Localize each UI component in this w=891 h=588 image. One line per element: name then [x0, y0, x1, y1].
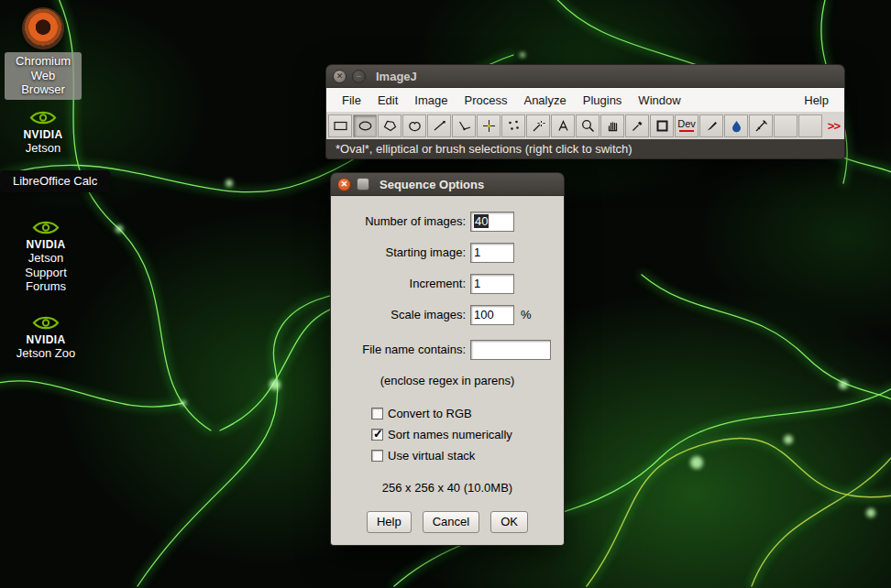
nvidia-logo-icon: [31, 313, 60, 332]
field-row-increment: Increment:: [340, 273, 555, 294]
hand-tool-icon[interactable]: [600, 114, 624, 137]
wand-tool-icon[interactable]: [526, 114, 550, 137]
nvidia-logo-icon: [28, 108, 58, 127]
desktop-icon-chromium[interactable]: Chromium Web Browser: [5, 7, 82, 100]
imagej-toolbar: Dev >>: [325, 112, 845, 139]
minimize-icon[interactable]: [352, 70, 366, 83]
nvidia-wordmark: NVIDIA: [26, 333, 65, 346]
oval-tool-icon[interactable]: [353, 114, 377, 137]
brush-tool-icon[interactable]: [699, 114, 723, 137]
menu-edit[interactable]: Edit: [369, 92, 406, 109]
field-row-file-name-contains: File name contains:: [340, 339, 555, 360]
spare-tool-slot[interactable]: [798, 114, 822, 137]
checkbox-row-convert-to-rgb[interactable]: Convert to RGB: [371, 403, 555, 424]
help-button[interactable]: Help: [367, 511, 412, 533]
field-label: Starting image:: [340, 245, 470, 259]
selected-text: 40: [474, 214, 489, 228]
dialog-titlebar[interactable]: Sequence Options: [330, 172, 565, 196]
desktop-icon-label: Jetson Zoo: [16, 346, 75, 361]
stack-size-summary: 256 x 256 x 40 (10.0MB): [340, 481, 555, 495]
checkbox-row-use-virtual-stack[interactable]: Use virtual stack: [371, 445, 555, 466]
polygon-tool-icon[interactable]: [378, 114, 402, 137]
checkbox-row-sort-names-numerically[interactable]: Sort names numerically: [371, 424, 555, 445]
dev-menu-tool[interactable]: Dev: [675, 114, 698, 137]
more-tools-indicator[interactable]: >>: [828, 119, 842, 133]
checkbox-label: Convert to RGB: [388, 407, 472, 420]
menu-window[interactable]: Window: [630, 92, 688, 109]
field-label: Scale images:: [340, 308, 470, 321]
dialog-body: Number of images: 40 Starting image: Inc…: [330, 196, 565, 546]
sequence-options-dialog: Sequence Options Number of images: 40 St…: [330, 172, 565, 546]
desktop-icon-jetson-support-forums[interactable]: NVIDIA Jetson Support Forums: [5, 218, 87, 294]
multipoint-tool-icon[interactable]: [501, 114, 525, 137]
desktop-icon-nvidia-jetson[interactable]: NVIDIA Jetson: [5, 108, 82, 156]
ok-button[interactable]: OK: [490, 511, 528, 533]
close-icon[interactable]: [337, 178, 351, 191]
field-label: File name contains:: [340, 343, 470, 356]
stack-tool-icon[interactable]: [650, 114, 674, 137]
desktop-icon-jetson-zoo[interactable]: NVIDIA Jetson Zoo: [5, 313, 87, 361]
color-picker-tool-icon[interactable]: [625, 114, 649, 137]
nvidia-logo-icon: [31, 218, 60, 237]
menu-file[interactable]: File: [334, 92, 369, 109]
starting-image-input[interactable]: [470, 243, 514, 263]
sort-names-numerically-checkbox[interactable]: [371, 429, 383, 441]
field-row-starting-image: Starting image:: [340, 242, 555, 263]
dev-tool-label: Dev: [677, 119, 696, 129]
menu-help[interactable]: Help: [796, 92, 837, 109]
chromium-icon: [22, 7, 64, 49]
convert-to-rgb-checkbox[interactable]: [371, 408, 383, 419]
spare-tool-slot[interactable]: [774, 114, 798, 137]
rectangle-tool-icon[interactable]: [328, 114, 352, 137]
syringe-tool-icon[interactable]: [749, 114, 773, 137]
dialog-buttons: Help Cancel OK: [340, 511, 555, 533]
nvidia-wordmark: NVIDIA: [26, 238, 65, 251]
use-virtual-stack-checkbox[interactable]: [371, 450, 383, 462]
field-label: Number of images:: [340, 214, 470, 228]
dev-tool-marker: [679, 130, 694, 132]
desktop-icon-label: Jetson: [26, 141, 60, 156]
imagej-statusbar: *Oval*, elliptical or brush selections (…: [325, 139, 845, 159]
freehand-tool-icon[interactable]: [402, 114, 426, 137]
close-icon[interactable]: [333, 70, 346, 83]
dialog-app-icon: [357, 178, 369, 191]
scale-images-input[interactable]: [470, 305, 514, 325]
dialog-title: Sequence Options: [380, 178, 484, 191]
checkbox-label: Sort names numerically: [388, 428, 512, 441]
increment-input[interactable]: [470, 274, 514, 294]
zoom-tool-icon[interactable]: [576, 114, 600, 137]
tooltip-libreoffice-calc: LibreOffice Calc: [0, 170, 110, 192]
menu-plugins[interactable]: Plugins: [575, 92, 631, 109]
checkbox-group: Convert to RGB Sort names numerically Us…: [340, 403, 555, 466]
window-title: ImageJ: [376, 70, 417, 83]
checkbox-label: Use virtual stack: [388, 449, 475, 463]
field-row-scale-images: Scale images: %: [340, 304, 555, 325]
number-of-images-input[interactable]: 40: [470, 212, 514, 232]
desktop-icon-label: Jetson Support Forums: [17, 251, 74, 294]
desktop-icon-label: Chromium Web Browser: [5, 52, 82, 100]
point-tool-icon[interactable]: [477, 114, 500, 137]
menu-process[interactable]: Process: [456, 92, 516, 109]
regex-hint: (enclose regex in parens): [340, 374, 555, 387]
field-row-number-of-images: Number of images: 40: [340, 211, 555, 232]
percent-suffix: %: [521, 308, 532, 321]
angle-tool-icon[interactable]: [452, 114, 476, 137]
text-tool-icon[interactable]: [551, 114, 575, 137]
imagej-window: ImageJ File Edit Image Process Analyze P…: [325, 64, 845, 159]
file-name-contains-input[interactable]: [470, 340, 551, 360]
line-tool-icon[interactable]: [427, 114, 451, 137]
nvidia-wordmark: NVIDIA: [23, 128, 62, 141]
imagej-titlebar[interactable]: ImageJ: [325, 64, 845, 88]
imagej-menubar: File Edit Image Process Analyze Plugins …: [325, 88, 845, 112]
field-label: Increment:: [340, 277, 470, 290]
menu-analyze[interactable]: Analyze: [515, 92, 574, 109]
cancel-button[interactable]: Cancel: [423, 511, 479, 533]
menu-image[interactable]: Image: [406, 92, 456, 109]
flood-fill-tool-icon[interactable]: [724, 114, 748, 137]
